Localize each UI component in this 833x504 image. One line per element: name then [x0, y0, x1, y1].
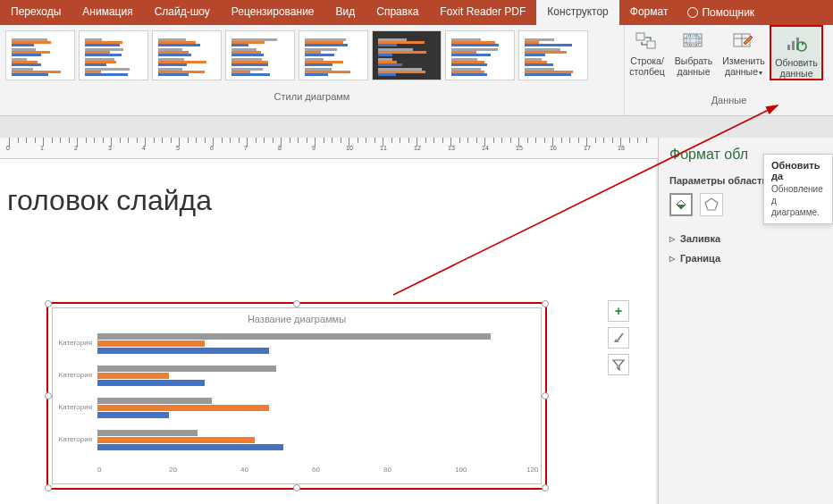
chart-data-group: Строка/ столбец Выбрать данные Изменить … — [624, 25, 833, 115]
resize-handle[interactable] — [293, 484, 300, 491]
chart-bar[interactable] — [97, 373, 169, 379]
switch-row-column-icon — [633, 29, 661, 54]
expand-caret-icon: ▷ — [669, 255, 675, 263]
tab-view[interactable]: Вид — [325, 0, 366, 25]
chart-bar[interactable] — [97, 430, 198, 436]
resize-handle[interactable] — [293, 300, 300, 307]
chart-bar[interactable] — [97, 348, 269, 354]
resize-handle[interactable] — [45, 300, 52, 307]
select-data-button[interactable]: Выбрать данные — [669, 25, 718, 77]
group-label-data: Данные — [625, 95, 833, 109]
chart-styles-group: Стили диаграмм — [0, 25, 624, 115]
chart-style-thumb[interactable] — [372, 30, 442, 80]
paint-bucket-icon — [673, 197, 689, 213]
tab-foxit[interactable]: Foxit Reader PDF — [429, 0, 536, 25]
tab-help[interactable]: Справка — [366, 0, 429, 25]
chart-bar[interactable] — [97, 333, 491, 340]
svg-line-15 — [618, 333, 623, 340]
ribbon-tabs: Переходы Анимация Слайд-шоу Рецензирован… — [0, 0, 833, 25]
refresh-data-icon — [782, 30, 811, 55]
chart-styles-button[interactable] — [608, 327, 629, 349]
resize-handle[interactable] — [45, 484, 52, 491]
slide-title-placeholder[interactable]: головок слайда — [0, 159, 656, 228]
chart-bar[interactable] — [97, 405, 269, 411]
chart-bar[interactable] — [97, 437, 255, 443]
slide-canvas[interactable]: + Название диаграммы КатегорияКатегорияК… — [0, 236, 629, 504]
svg-rect-11 — [787, 45, 790, 50]
tab-transitions[interactable]: Переходы — [0, 0, 72, 25]
refresh-data-tooltip: Обновить да Обновление д диаграмме. — [763, 154, 833, 224]
chart-bar[interactable] — [97, 412, 169, 418]
svg-rect-7 — [686, 36, 699, 45]
category-label: Категория — [55, 339, 92, 347]
funnel-icon — [612, 358, 625, 371]
x-tick-label: 100 — [455, 466, 467, 474]
border-accordion[interactable]: ▷ Граница — [669, 248, 822, 268]
chart-bar[interactable] — [97, 365, 276, 372]
expand-caret-icon: ▷ — [669, 235, 675, 243]
resize-handle[interactable] — [542, 392, 549, 399]
chart-style-thumb[interactable] — [225, 30, 295, 80]
edit-data-icon — [729, 29, 758, 54]
tab-designer[interactable]: Конструктор — [536, 0, 618, 25]
x-tick-label: 60 — [312, 466, 320, 474]
chart-x-axis: 020406080100120 — [97, 466, 526, 476]
select-data-icon — [679, 29, 708, 54]
svg-rect-1 — [647, 41, 655, 48]
switch-row-column-button[interactable]: Строка/ столбец — [625, 25, 669, 77]
chart-style-thumb[interactable] — [5, 30, 75, 80]
resize-handle[interactable] — [542, 300, 549, 307]
chart-object[interactable]: Название диаграммы КатегорияКатегорияКат… — [52, 307, 542, 484]
chart-elements-button[interactable]: + — [608, 300, 629, 322]
category-label: Категория — [55, 371, 92, 379]
effects-tab[interactable] — [700, 193, 723, 216]
tell-me-assistant[interactable]: Помощник — [678, 0, 763, 25]
chart-filters-button[interactable] — [608, 354, 629, 375]
edit-data-button[interactable]: Изменить данные▾ — [718, 25, 770, 77]
tab-format[interactable]: Формат — [619, 0, 679, 25]
svg-rect-12 — [792, 41, 795, 50]
ribbon-body: Стили диаграмм Строка/ столбец Выбрать д… — [0, 25, 833, 116]
category-label: Категория — [55, 435, 92, 443]
chart-styles-gallery[interactable] — [0, 25, 624, 91]
chart-selection-frame[interactable]: Название диаграммы КатегорияКатегорияКат… — [46, 302, 547, 490]
chart-bar[interactable] — [97, 380, 205, 386]
paintbrush-icon — [612, 332, 625, 344]
chart-plot-area[interactable]: КатегорияКатегорияКатегорияКатегория — [97, 330, 526, 464]
chart-style-thumb[interactable] — [445, 30, 515, 80]
refresh-data-button[interactable]: Обновить данные — [770, 25, 823, 80]
chart-bar[interactable] — [97, 444, 283, 450]
chart-style-thumb[interactable] — [79, 30, 148, 80]
pentagon-icon — [703, 197, 719, 213]
chart-style-thumb[interactable] — [152, 30, 222, 80]
group-label-styles: Стили диаграмм — [0, 91, 624, 105]
resize-handle[interactable] — [542, 484, 549, 491]
dropdown-caret-icon: ▾ — [759, 69, 762, 77]
chart-bar[interactable] — [97, 398, 212, 404]
x-tick-label: 40 — [240, 466, 248, 474]
tab-slideshow[interactable]: Слайд-шоу — [144, 0, 221, 25]
tab-review[interactable]: Рецензирование — [221, 0, 325, 25]
x-tick-label: 20 — [169, 466, 177, 474]
category-label: Категория — [55, 403, 92, 411]
slide-workspace: головок слайда + Название диаграммы Кате… — [0, 159, 656, 504]
x-tick-label: 80 — [383, 466, 391, 474]
fill-accordion[interactable]: ▷ Заливка — [669, 229, 822, 248]
tab-animation[interactable]: Анимация — [72, 0, 143, 25]
x-tick-label: 120 — [526, 466, 538, 474]
resize-handle[interactable] — [45, 392, 52, 399]
chart-side-actions: + — [608, 300, 631, 375]
chart-title[interactable]: Название диаграммы — [53, 308, 541, 324]
x-tick-label: 0 — [97, 466, 101, 474]
chart-bar[interactable] — [97, 340, 205, 347]
svg-rect-0 — [636, 33, 644, 40]
chart-style-thumb[interactable] — [299, 30, 368, 80]
chart-style-thumb[interactable] — [518, 30, 588, 80]
lightbulb-icon — [687, 7, 698, 18]
fill-line-tab[interactable] — [669, 193, 693, 216]
